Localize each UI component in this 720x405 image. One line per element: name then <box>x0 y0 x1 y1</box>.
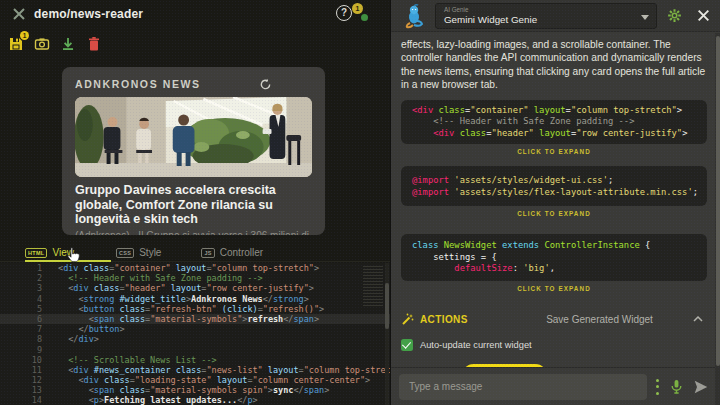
js-badge-icon: JS <box>201 248 214 258</box>
code-editor[interactable]: 1<div class="container" layout="column t… <box>0 263 390 405</box>
expand-css-snippet[interactable]: CLICK TO EXPAND <box>401 210 707 217</box>
editor-tabs: HTML View CSS Style JS Controller <box>0 244 390 262</box>
app-window: demo/news-reader ? 1 1 <box>0 0 720 405</box>
code-snippet-controller[interactable]: class NewsWidget extends ControllerInsta… <box>401 234 707 281</box>
widget-title: demo/news-reader <box>34 7 143 21</box>
delete-button[interactable] <box>86 36 102 52</box>
widget-preview-card: ADNKRONOS NEWS <box>62 67 325 235</box>
code-snippet-html[interactable]: <div class="container" layout="column to… <box>401 100 707 145</box>
actions-section-header[interactable]: ACTIONS Save Generated Widget <box>401 313 707 326</box>
settings-gear-icon[interactable] <box>667 8 682 23</box>
download-icon <box>60 36 76 52</box>
save-count-badge: 1 <box>20 31 29 40</box>
panel-scrollbar[interactable] <box>715 33 720 405</box>
screenshot-button[interactable] <box>34 36 50 52</box>
auto-update-row: Auto-update current widget <box>401 339 707 351</box>
message-input[interactable] <box>399 374 647 400</box>
magic-wand-icon <box>401 313 414 326</box>
agent-selector-value: Gemini Widget Genie <box>444 14 648 25</box>
html-badge-icon: HTML <box>25 248 47 258</box>
expand-html-snippet[interactable]: CLICK TO EXPAND <box>401 148 707 155</box>
active-tab-indicator <box>25 260 111 262</box>
tab-html-view[interactable]: HTML View <box>25 244 74 262</box>
chevron-down-icon <box>641 15 649 20</box>
chat-input-bar <box>391 367 720 405</box>
widget-toolbar: 1 <box>8 34 102 54</box>
tab-js-controller[interactable]: JS Controller <box>201 244 263 262</box>
expand-controller-snippet[interactable]: CLICK TO EXPAND <box>401 285 707 292</box>
trash-icon <box>86 36 102 52</box>
news-article-title[interactable]: Gruppo Davines accelera crescita globale… <box>75 183 312 227</box>
send-icon[interactable] <box>693 379 709 395</box>
chat-scroll-area[interactable]: effects, lazy-loading images, and a scro… <box>391 32 717 368</box>
actions-title: ACTIONS <box>420 314 468 325</box>
editor-scrollbar[interactable] <box>385 263 389 405</box>
css-badge-icon: CSS <box>116 248 134 258</box>
news-widget-header: ADNKRONOS NEWS <box>75 78 201 90</box>
agent-selector-label: AI Genie <box>444 6 648 13</box>
assistant-message: effects, lazy-loading images, and a scro… <box>401 38 707 92</box>
titlebar: demo/news-reader ? 1 <box>0 0 390 28</box>
camera-icon <box>34 36 50 52</box>
status-dot <box>361 14 368 21</box>
ai-assistant-panel: AI Genie Gemini Widget Genie effects, la… <box>390 0 720 405</box>
news-article-image[interactable] <box>75 97 312 177</box>
assistant-header: AI Genie Gemini Widget Genie <box>391 0 720 32</box>
close-widget-icon[interactable] <box>12 7 26 21</box>
tab-css-style[interactable]: CSS Style <box>116 244 161 262</box>
auto-update-checkbox[interactable] <box>401 339 413 351</box>
tab-label-view: View <box>52 247 74 258</box>
save-button[interactable]: 1 <box>8 36 24 52</box>
genie-icon <box>401 3 427 29</box>
actions-subtitle: Save Generated Widget <box>506 314 693 325</box>
agent-selector[interactable]: AI Genie Gemini Widget Genie <box>435 3 657 29</box>
refresh-icon[interactable] <box>259 78 272 91</box>
chevron-up-icon[interactable] <box>693 316 703 322</box>
tab-label-controller: Controller <box>220 247 263 258</box>
editor-panel: demo/news-reader ? 1 1 <box>0 0 390 405</box>
news-article-summary: (Adnkronos) - Il Gruppo si avvia verso i… <box>75 230 312 236</box>
more-options-icon[interactable] <box>656 379 660 395</box>
tab-label-style: Style <box>139 247 161 258</box>
close-panel-icon[interactable] <box>696 8 711 23</box>
microphone-icon[interactable] <box>669 379 684 394</box>
download-button[interactable] <box>60 36 76 52</box>
code-snippet-css[interactable]: @import 'assets/styles/widget-ui.css';@i… <box>401 166 707 206</box>
notification-badge: 1 <box>352 3 363 14</box>
editor-minimap[interactable] <box>363 266 383 306</box>
auto-update-label: Auto-update current widget <box>420 340 532 350</box>
help-icon[interactable]: ? <box>336 5 352 21</box>
